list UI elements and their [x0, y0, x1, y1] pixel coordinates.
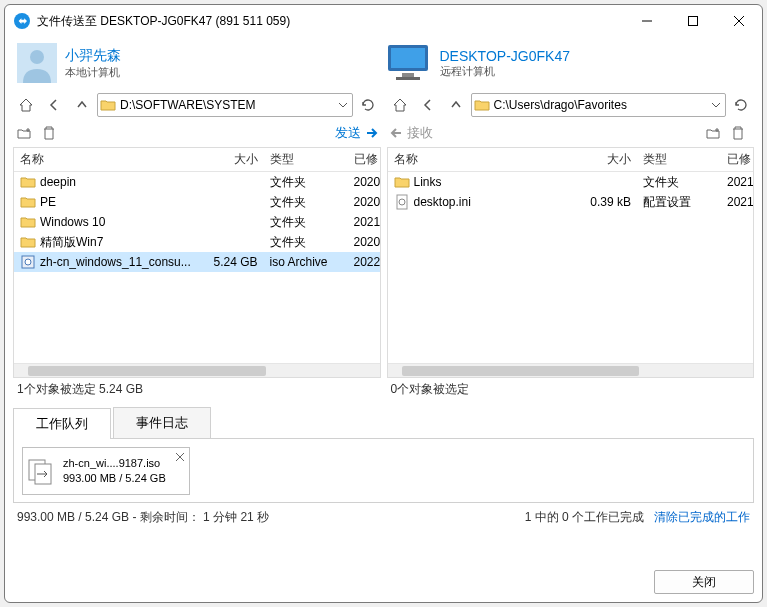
local-peer: 小羿先森 本地计算机	[17, 39, 384, 87]
svg-point-12	[25, 259, 31, 265]
chevron-down-icon[interactable]	[336, 98, 350, 112]
horizontal-scrollbar[interactable]	[14, 363, 380, 377]
table-row[interactable]: Links文件夹2021	[388, 172, 754, 192]
table-row[interactable]: desktop.ini0.39 kB配置设置2021	[388, 192, 754, 212]
window-title: 文件传送至 DESKTOP-JG0FK47 (891 511 059)	[37, 13, 624, 30]
file-icon	[394, 194, 410, 210]
receive-button[interactable]: 接收	[389, 124, 433, 142]
minimize-button[interactable]	[624, 5, 670, 37]
home-button[interactable]	[387, 93, 413, 117]
local-file-rows[interactable]: deepin文件夹2020PE文件夹2020Windows 10文件夹2021精…	[14, 172, 380, 363]
local-name: 小羿先森	[65, 47, 121, 65]
new-folder-button[interactable]	[704, 123, 724, 143]
folder-icon	[474, 97, 490, 113]
maximize-button[interactable]	[670, 5, 716, 37]
monitor-icon	[384, 43, 432, 83]
remote-name: DESKTOP-JG0FK47	[440, 48, 570, 64]
tab-queue[interactable]: 工作队列	[13, 408, 111, 439]
delete-button[interactable]	[728, 123, 748, 143]
queue-panel: zh-cn_wi....9187.iso 993.00 MB / 5.24 GB	[13, 439, 754, 503]
file-icon	[20, 234, 36, 250]
horizontal-scrollbar[interactable]	[388, 363, 754, 377]
footer-progress: 993.00 MB / 5.24 GB - 剩余时间： 1 分钟 21 秒	[17, 509, 269, 526]
home-button[interactable]	[13, 93, 39, 117]
remote-path-box[interactable]: C:\Users\drago\Favorites	[471, 93, 727, 117]
send-arrow-icon	[365, 126, 379, 140]
remote-file-rows[interactable]: Links文件夹2021desktop.ini0.39 kB配置设置2021	[388, 172, 754, 363]
file-icon	[20, 194, 36, 210]
svg-rect-2	[689, 17, 698, 26]
file-icon	[20, 254, 36, 270]
app-icon	[13, 12, 31, 30]
queue-close-button[interactable]	[173, 450, 187, 464]
local-status: 1个对象被选定 5.24 GB	[13, 378, 381, 401]
up-button[interactable]	[443, 93, 469, 117]
table-row[interactable]: zh-cn_windows_11_consu...5.24 GBiso Arch…	[14, 252, 380, 272]
back-button[interactable]	[415, 93, 441, 117]
close-window-button[interactable]	[716, 5, 762, 37]
table-row[interactable]: PE文件夹2020	[14, 192, 380, 212]
table-row[interactable]: 精简版Win7文件夹2020	[14, 232, 380, 252]
svg-rect-9	[402, 73, 414, 77]
clear-completed-link[interactable]: 清除已完成的工作	[654, 509, 750, 526]
queue-progress: 993.00 MB / 5.24 GB	[63, 471, 166, 485]
local-path-box[interactable]: D:\SOFTWARE\SYSTEM	[97, 93, 353, 117]
svg-rect-8	[391, 48, 425, 68]
file-icon	[20, 174, 36, 190]
remote-status: 0个对象被选定	[387, 378, 755, 401]
folder-icon	[100, 97, 116, 113]
file-icon	[20, 214, 36, 230]
remote-sub: 远程计算机	[440, 64, 570, 79]
local-pane: D:\SOFTWARE\SYSTEM 发送 名称	[13, 91, 381, 401]
transfer-icon	[27, 456, 57, 486]
file-icon	[394, 174, 410, 190]
delete-button[interactable]	[39, 123, 59, 143]
receive-arrow-icon	[389, 126, 403, 140]
column-headers[interactable]: 名称 大小 类型 已修	[388, 148, 754, 172]
remote-peer: DESKTOP-JG0FK47 远程计算机	[384, 39, 751, 87]
queue-file-name: zh-cn_wi....9187.iso	[63, 456, 166, 470]
back-button[interactable]	[41, 93, 67, 117]
up-button[interactable]	[69, 93, 95, 117]
remote-pane: C:\Users\drago\Favorites 接收	[387, 91, 755, 401]
refresh-button[interactable]	[355, 93, 381, 117]
new-folder-button[interactable]	[15, 123, 35, 143]
table-row[interactable]: deepin文件夹2020	[14, 172, 380, 192]
titlebar: 文件传送至 DESKTOP-JG0FK47 (891 511 059)	[5, 5, 762, 37]
close-button[interactable]: 关闭	[654, 570, 754, 594]
svg-rect-10	[396, 77, 420, 80]
svg-point-6	[30, 50, 44, 64]
column-headers[interactable]: 名称 大小 类型 已修	[14, 148, 380, 172]
chevron-down-icon[interactable]	[709, 98, 723, 112]
send-button[interactable]: 发送	[335, 124, 379, 142]
avatar-icon	[17, 43, 57, 83]
footer-jobs: 1 中的 0 个工作已完成	[525, 509, 644, 526]
queue-item[interactable]: zh-cn_wi....9187.iso 993.00 MB / 5.24 GB	[22, 447, 190, 495]
local-sub: 本地计算机	[65, 65, 121, 80]
refresh-button[interactable]	[728, 93, 754, 117]
table-row[interactable]: Windows 10文件夹2021	[14, 212, 380, 232]
tab-log[interactable]: 事件日志	[113, 407, 211, 438]
